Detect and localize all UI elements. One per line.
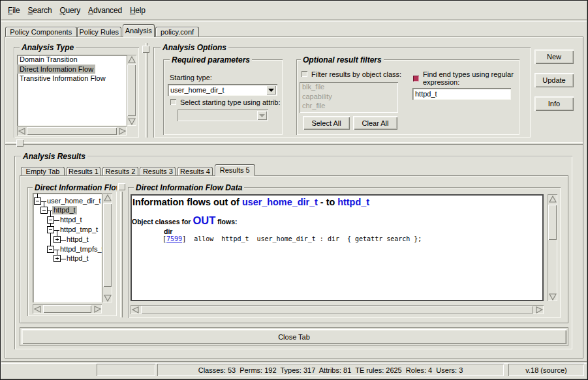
object-class-item: blk_file xyxy=(300,82,398,92)
main-tab-policy-conf[interactable]: policy.conf xyxy=(155,27,199,37)
results-pane-sash[interactable] xyxy=(120,192,123,317)
main-tab-analysis[interactable]: Analysis xyxy=(123,24,155,37)
analysis-type-listbox[interactable]: Domain TransitionDirect Information Flow… xyxy=(17,55,127,126)
analysis-type-item[interactable]: Direct Information Flow xyxy=(17,65,95,74)
menu-advanced[interactable]: Advanced xyxy=(84,5,126,16)
scroll-thumb[interactable] xyxy=(141,306,533,314)
attrib-combobox-disabled xyxy=(178,110,268,121)
scroll-left-icon[interactable] xyxy=(33,305,42,314)
top-pane-sash-handle[interactable] xyxy=(142,46,149,53)
tree-node-httpd_tmp_t[interactable]: httpd_tmp_t xyxy=(59,226,99,234)
main-tab-policy-components[interactable]: Policy Components xyxy=(5,27,77,37)
analysis-options-title: Analysis Options xyxy=(161,43,228,52)
tree-node-httpd_tmpfs_t[interactable]: httpd_tmpfs_t xyxy=(59,245,102,254)
tree-expand-minus-icon[interactable] xyxy=(47,226,54,233)
regex-checkbox-label: Find end types using regularexpression: xyxy=(423,70,514,86)
scroll-thumb[interactable] xyxy=(548,205,557,240)
attrib-dropdown-icon xyxy=(257,111,267,120)
tree-expand-minus-icon[interactable] xyxy=(34,197,41,205)
results-tab-empty-tab[interactable]: Empty Tab xyxy=(21,167,65,175)
scroll-thumb[interactable] xyxy=(43,305,91,313)
flow-tree[interactable]: user_home_dir_thttpd_thttpd_thttpd_tmp_t… xyxy=(33,193,102,302)
flow-data-object-class: dir xyxy=(164,227,172,235)
results-tab-results-4[interactable]: Results 4 xyxy=(178,167,213,175)
top-pane-sash[interactable] xyxy=(145,43,147,138)
main-tab-bar: Policy ComponentsPolicy RulesAnalysispol… xyxy=(5,24,199,37)
main-pane-sash-handle[interactable] xyxy=(16,139,23,147)
results-tab-results-2[interactable]: Results 2 xyxy=(102,167,138,175)
rule-id-link[interactable]: 7599 xyxy=(166,235,182,242)
flow-data-vscrollbar[interactable] xyxy=(548,194,557,301)
scroll-up-icon[interactable] xyxy=(103,194,112,202)
tree-node-httpd_t[interactable]: httpd_t xyxy=(52,206,77,214)
scroll-down-icon[interactable] xyxy=(103,294,112,302)
flow-tree-hscrollbar[interactable] xyxy=(33,304,102,314)
menu-search[interactable]: Search xyxy=(24,5,56,16)
scroll-thumb[interactable] xyxy=(127,65,136,116)
flow-data-text[interactable]: Information flows out of user_home_dir_t… xyxy=(131,194,544,301)
menu-query[interactable]: Query xyxy=(55,5,84,16)
starting-type-combobox[interactable]: user_home_dir_t xyxy=(168,84,277,96)
select-all-button[interactable]: Select All xyxy=(303,116,350,130)
new-button[interactable]: New xyxy=(534,50,574,64)
regex-checkbox-box[interactable] xyxy=(413,76,419,81)
tree-node-user_home_dir_t[interactable]: user_home_dir_t xyxy=(46,197,102,205)
flow-data-rule: [7599] allow httpd_t user_home_dir_t : d… xyxy=(162,235,422,242)
clear-all-button[interactable]: Clear All xyxy=(353,116,397,130)
scroll-right-icon[interactable] xyxy=(534,306,544,314)
tree-expand-minus-icon[interactable] xyxy=(47,246,54,253)
tree-expand-plus-icon[interactable] xyxy=(54,255,61,262)
scroll-right-icon[interactable] xyxy=(93,305,102,314)
regex-checkbox[interactable]: Find end types using regularexpression: xyxy=(413,70,518,86)
scroll-left-icon[interactable] xyxy=(18,127,27,136)
scroll-thumb[interactable] xyxy=(27,127,117,135)
scroll-thumb[interactable] xyxy=(103,203,112,287)
analysis-type-item[interactable]: Transitive Information Flow xyxy=(17,74,127,83)
main-pane-sash[interactable] xyxy=(5,142,583,145)
attrib-checkbox[interactable]: Select starting type using attrib: xyxy=(170,98,281,106)
statusbar-stats: Classes: 53 Perms: 192 Types: 317 Attrib… xyxy=(157,364,504,376)
analysis-type-title: Analysis Type xyxy=(20,43,76,52)
analysis-results-title: Analysis Results xyxy=(21,152,87,161)
results-pane-sash-handle[interactable] xyxy=(118,183,125,190)
required-parameters-groupbox xyxy=(163,59,283,135)
tree-expand-minus-icon[interactable] xyxy=(40,207,48,214)
scroll-up-icon[interactable] xyxy=(548,195,557,203)
analysis-type-vscrollbar[interactable] xyxy=(127,55,136,126)
scroll-left-icon[interactable] xyxy=(131,306,140,314)
tree-expand-plus-icon[interactable] xyxy=(54,236,61,243)
main-tab-policy-rules[interactable]: Policy Rules xyxy=(77,27,122,37)
results-tab-results-3[interactable]: Results 3 xyxy=(140,167,176,175)
results-tab-bar: Empty TabResults 1Results 2Results 3Resu… xyxy=(21,164,255,176)
flow-tree-vscrollbar[interactable] xyxy=(102,193,112,302)
object-class-checkbox[interactable]: Filter results by object class: xyxy=(302,70,412,78)
regex-entry[interactable]: httpd_t xyxy=(412,88,511,100)
analysis-type-item[interactable]: Domain Transition xyxy=(17,55,127,65)
starting-type-dropdown-icon[interactable] xyxy=(266,85,276,95)
object-class-item: chr_file xyxy=(300,101,398,111)
tree-expand-minus-icon[interactable] xyxy=(47,216,54,224)
tree-node-httpd_t[interactable]: httpd_t xyxy=(59,216,84,224)
close-tab-button[interactable]: Close Tab xyxy=(22,329,566,344)
update-button[interactable]: Update xyxy=(534,73,574,87)
starting-type-label: Starting type: xyxy=(170,74,212,81)
flow-data-subheading: Object classes for OUT flows: xyxy=(132,214,237,227)
scroll-down-icon[interactable] xyxy=(127,117,136,126)
flow-data-hscrollbar[interactable] xyxy=(131,305,544,314)
object-class-checkbox-box[interactable] xyxy=(302,71,307,77)
scroll-right-icon[interactable] xyxy=(117,127,127,136)
attrib-checkbox-box[interactable] xyxy=(170,99,176,105)
results-tab-results-5[interactable]: Results 5 xyxy=(215,164,255,176)
flow-tree-title: Direct Information Flow Tree xyxy=(33,183,117,192)
menu-help[interactable]: Help xyxy=(126,5,149,16)
info-button[interactable]: Info xyxy=(534,96,574,111)
menu-bar-separator xyxy=(1,20,587,22)
tree-node-httpd_t[interactable]: httpd_t xyxy=(65,235,90,244)
menu-file[interactable]: File xyxy=(4,5,24,16)
scroll-up-icon[interactable] xyxy=(127,55,136,64)
analysis-type-hscrollbar[interactable] xyxy=(17,126,127,136)
results-tab-results-1[interactable]: Results 1 xyxy=(67,167,101,175)
attrib-checkbox-label: Select starting type using attrib: xyxy=(180,98,280,106)
scroll-down-icon[interactable] xyxy=(548,293,557,301)
tree-node-httpd_t[interactable]: httpd_t xyxy=(65,254,90,263)
